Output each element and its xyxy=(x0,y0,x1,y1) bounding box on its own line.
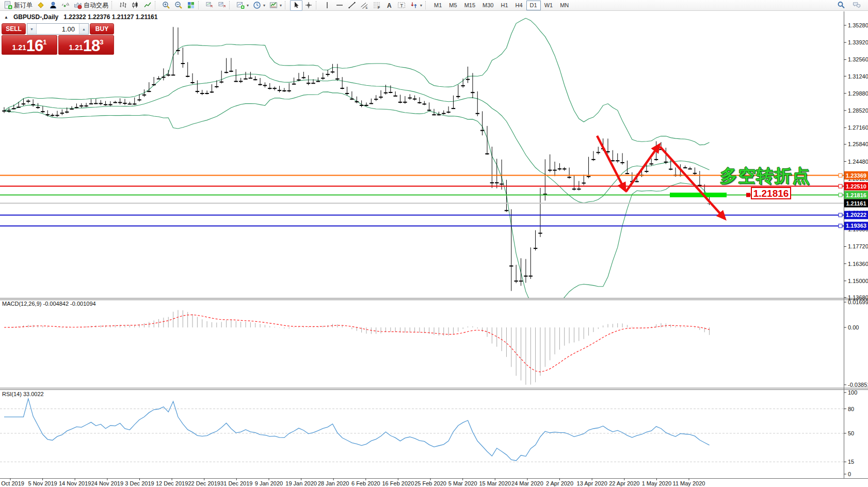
candle xyxy=(664,162,667,162)
new-order-button[interactable]: 新订单 xyxy=(2,0,35,11)
turning-point-annotation[interactable]: 多空转折点 xyxy=(720,164,810,188)
timeframe-d1-button[interactable]: D1 xyxy=(526,1,541,10)
level-line-1.21816[interactable]: 1.21816 xyxy=(0,191,868,199)
auto-scroll-button[interactable] xyxy=(203,0,216,11)
text-a-icon: A xyxy=(385,1,393,9)
timeframe-m30-button[interactable]: M30 xyxy=(479,1,497,10)
chart-ohlc-values: 1.22322 1.22376 1.21127 1.21161 xyxy=(63,13,157,21)
candle xyxy=(138,100,141,100)
equidistant-channel-button[interactable]: E xyxy=(358,0,371,11)
date-tick-label: 5 Nov 2019 xyxy=(28,480,57,486)
dropdown-caret-icon: ▾ xyxy=(420,3,422,8)
svg-text:F: F xyxy=(378,6,380,9)
chart-symbol-label: GBPUSD-,Daily xyxy=(13,13,58,21)
text-label-button[interactable]: T xyxy=(395,0,408,11)
candle xyxy=(476,113,479,114)
dropdown-caret-icon: ▾ xyxy=(247,3,249,8)
sell-button[interactable]: SELL xyxy=(2,23,26,35)
timeframe-h4-button[interactable]: H4 xyxy=(512,1,526,10)
volume-increase-button[interactable]: ▲ xyxy=(79,24,88,34)
metaeditor-button[interactable] xyxy=(35,0,47,11)
volume-decrease-button[interactable]: ▼ xyxy=(27,24,37,34)
chat-button[interactable] xyxy=(850,0,863,11)
price-tick-label: 1.16360 xyxy=(848,261,868,267)
trendline-button[interactable] xyxy=(346,0,358,11)
chart-canvas[interactable]: 1.352801.339201.325601.312401.298801.285… xyxy=(0,11,868,487)
new-chart-button[interactable]: ▾ xyxy=(234,0,251,11)
level-price-label: 1.20222 xyxy=(846,212,866,218)
level-line-1.19363[interactable]: 1.19363 xyxy=(0,222,868,230)
chat-icon xyxy=(853,1,861,9)
candle xyxy=(157,78,160,79)
price-tick-label: 1.28520 xyxy=(848,107,868,114)
candle xyxy=(471,92,474,93)
vertical-line-button[interactable] xyxy=(321,0,333,11)
signals-button[interactable] xyxy=(59,0,72,11)
line-chart-mode-button[interactable] xyxy=(141,0,154,11)
buy-price-sup: 3 xyxy=(100,39,103,45)
candle xyxy=(457,96,460,97)
zoom-out-button[interactable] xyxy=(172,0,185,11)
volume-input[interactable] xyxy=(37,24,79,34)
candle xyxy=(22,104,25,104)
date-tick-label: 5 Mar 2020 xyxy=(448,480,477,486)
level-price-label: 1.22510 xyxy=(846,183,866,190)
candle xyxy=(597,152,600,153)
collapse-arrow-icon[interactable]: ▲ xyxy=(4,15,8,20)
timeframe-h1-button[interactable]: H1 xyxy=(497,1,511,10)
buy-price-display[interactable]: 1.21183 xyxy=(58,35,114,55)
market-watch-icon xyxy=(49,1,57,9)
editor-icon xyxy=(37,1,45,9)
tile-windows-button[interactable] xyxy=(185,0,197,11)
candle xyxy=(99,103,102,104)
tile-icon xyxy=(187,1,195,9)
horizontal-line-button[interactable] xyxy=(333,0,346,11)
sell-price-sup: 1 xyxy=(43,39,46,45)
timeframe-w1-button[interactable]: W1 xyxy=(541,1,557,10)
buy-price-big: 18 xyxy=(83,39,100,53)
search-button[interactable] xyxy=(835,0,847,11)
candle xyxy=(181,64,184,64)
sell-price-display[interactable]: 1.21161 xyxy=(2,35,57,55)
candle xyxy=(142,95,146,95)
cursor-button[interactable] xyxy=(290,0,302,11)
candle xyxy=(379,97,382,98)
bar-chart-mode-button[interactable] xyxy=(117,0,129,11)
candle xyxy=(176,50,180,51)
arrows-button[interactable]: ▾ xyxy=(408,0,424,11)
autotrading-button[interactable]: 自动交易 xyxy=(72,0,110,11)
timeframe-m1-button[interactable]: M1 xyxy=(430,1,445,10)
chart-shift-button[interactable] xyxy=(216,0,228,11)
candle xyxy=(341,88,344,89)
periods-button[interactable]: ▾ xyxy=(251,0,267,11)
candle xyxy=(80,106,83,106)
date-tick-label: 15 Mar 2020 xyxy=(479,480,511,486)
candle xyxy=(196,91,199,92)
crosshair-button[interactable] xyxy=(302,0,315,11)
fibonacci-button[interactable]: F xyxy=(371,0,383,11)
market-watch-button[interactable] xyxy=(47,0,59,11)
candle xyxy=(688,169,692,169)
level-line-1.21161[interactable]: 1.21161 xyxy=(0,199,868,208)
candle xyxy=(645,171,648,171)
templates-button[interactable]: ▾ xyxy=(267,0,284,11)
candlestick-mode-button[interactable] xyxy=(129,0,141,11)
zoom-in-button[interactable] xyxy=(160,0,172,11)
level-line-1.20222[interactable]: 1.20222 xyxy=(0,211,868,219)
candle xyxy=(466,79,469,80)
candle xyxy=(510,266,513,266)
text-button[interactable]: A xyxy=(383,0,395,11)
price-tag-annotation[interactable]: 1.21816 xyxy=(751,187,791,199)
candle xyxy=(558,169,561,169)
dropdown-caret-icon: ▾ xyxy=(280,3,282,8)
candle xyxy=(505,210,508,211)
candle xyxy=(384,92,387,93)
timeframe-mn-button[interactable]: MN xyxy=(556,1,572,10)
timeframe-m5-button[interactable]: M5 xyxy=(445,1,460,10)
candle xyxy=(568,177,571,178)
candle xyxy=(577,189,581,190)
buy-button[interactable]: BUY xyxy=(90,23,114,35)
timeframe-m15-button[interactable]: M15 xyxy=(461,1,479,10)
candle xyxy=(461,86,464,86)
date-tick-label: 16 Feb 2020 xyxy=(382,480,414,486)
